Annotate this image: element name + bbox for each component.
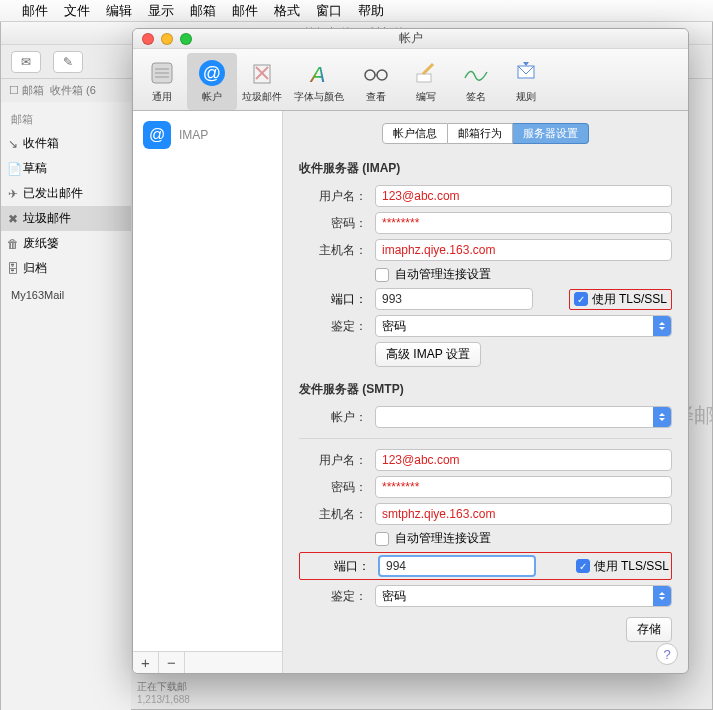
- menu-item[interactable]: 邮件: [232, 2, 258, 20]
- junk-icon: [246, 57, 278, 89]
- smtp-acct-label: 帐户：: [299, 409, 367, 426]
- segmented-tabs: 帐户信息 邮箱行为 服务器设置: [299, 123, 672, 144]
- smtp-port-input[interactable]: [378, 555, 536, 577]
- glasses-icon: [360, 57, 392, 89]
- inbox-chip[interactable]: 收件箱 (6: [50, 83, 96, 98]
- imap-auth-select[interactable]: 密码: [375, 315, 672, 337]
- at-icon: @: [143, 121, 171, 149]
- sidebar-item-inbox[interactable]: ↘收件箱: [1, 131, 131, 156]
- menu-item[interactable]: 帮助: [358, 2, 384, 20]
- smtp-port-label: 端口：: [302, 558, 370, 575]
- mailbox-chip[interactable]: ☐ 邮箱: [9, 83, 44, 98]
- sidebar-header: 邮箱: [1, 108, 131, 131]
- pref-title: 帐户: [133, 30, 688, 47]
- menu-item[interactable]: 文件: [64, 2, 90, 20]
- tab-signatures[interactable]: 签名: [451, 53, 501, 110]
- smtp-tls-label: 使用 TLS/SSL: [594, 558, 669, 575]
- svg-text:@: @: [203, 63, 221, 83]
- junk-icon: ✖: [7, 212, 19, 226]
- tab-fonts[interactable]: A字体与颜色: [287, 53, 351, 110]
- imap-user-input[interactable]: [375, 185, 672, 207]
- signature-icon: [460, 57, 492, 89]
- smtp-user-input[interactable]: [375, 449, 672, 471]
- smtp-auth-select[interactable]: 密码: [375, 585, 672, 607]
- menubar: 邮件 文件 编辑 显示 邮箱 邮件 格式 窗口 帮助: [0, 0, 713, 22]
- add-account-button[interactable]: +: [133, 652, 159, 673]
- pref-titlebar: 帐户: [133, 29, 688, 49]
- menu-item[interactable]: 格式: [274, 2, 300, 20]
- compose-icon[interactable]: ✎: [53, 51, 83, 73]
- inbox-icon: ↘: [7, 137, 19, 151]
- account-item-imap[interactable]: @ IMAP: [133, 111, 282, 159]
- imap-tls-checkbox[interactable]: ✓: [574, 292, 588, 306]
- help-button[interactable]: ?: [656, 643, 678, 665]
- svg-point-11: [377, 70, 387, 80]
- draft-icon: 📄: [7, 162, 19, 176]
- account-label: IMAP: [179, 128, 208, 142]
- trash-icon: 🗑: [7, 237, 19, 251]
- chevron-icon: [653, 586, 671, 606]
- imap-port-input[interactable]: [375, 288, 533, 310]
- smtp-host-label: 主机名：: [299, 506, 367, 523]
- sidebar-item-archive[interactable]: 🗄归档: [1, 256, 131, 281]
- pref-toolbar: 通用 @帐户 垃圾邮件 A字体与颜色 查看 编写 签名 规则: [133, 49, 688, 111]
- imap-user-label: 用户名：: [299, 188, 367, 205]
- menu-item[interactable]: 邮箱: [190, 2, 216, 20]
- preferences-window: 帐户 通用 @帐户 垃圾邮件 A字体与颜色 查看 编写 签名 规则 @ IMAP…: [132, 28, 689, 674]
- imap-auto-checkbox[interactable]: [375, 268, 389, 282]
- tab-mailbox-behavior[interactable]: 邮箱行为: [448, 123, 513, 144]
- sidebar-item-sent[interactable]: ✈已发出邮件: [1, 181, 131, 206]
- menu-item[interactable]: 窗口: [316, 2, 342, 20]
- sidebar: 邮箱 ↘收件箱 📄草稿 ✈已发出邮件 ✖垃圾邮件 🗑废纸篓 🗄归档 My163M…: [1, 102, 131, 710]
- smtp-acct-select[interactable]: [375, 406, 672, 428]
- remove-account-button[interactable]: −: [159, 652, 185, 673]
- chevron-icon: [653, 407, 671, 427]
- sidebar-item-junk[interactable]: ✖垃圾邮件: [1, 206, 131, 231]
- status-counts: 1,213/1,688: [137, 694, 190, 705]
- smtp-host-input[interactable]: [375, 503, 672, 525]
- menu-item[interactable]: 邮件: [22, 2, 48, 20]
- smtp-auth-label: 鉴定：: [299, 588, 367, 605]
- menu-item[interactable]: 显示: [148, 2, 174, 20]
- status-text: 正在下载邮: [137, 681, 187, 692]
- rules-icon: [510, 57, 542, 89]
- smtp-auto-checkbox[interactable]: [375, 532, 389, 546]
- tab-compose[interactable]: 编写: [401, 53, 451, 110]
- gear-icon: [146, 57, 178, 89]
- tab-account-info[interactable]: 帐户信息: [382, 123, 448, 144]
- advanced-imap-button[interactable]: 高级 IMAP 设置: [375, 342, 481, 367]
- smtp-tls-group: ✓ 使用 TLS/SSL: [576, 558, 669, 575]
- archive-icon: 🗄: [7, 262, 19, 276]
- tab-viewing[interactable]: 查看: [351, 53, 401, 110]
- at-icon: @: [196, 57, 228, 89]
- tab-rules[interactable]: 规则: [501, 53, 551, 110]
- save-button[interactable]: 存储: [626, 617, 672, 642]
- smtp-pass-input[interactable]: [375, 476, 672, 498]
- smtp-section-title: 发件服务器 (SMTP): [299, 381, 672, 398]
- menu-item[interactable]: 编辑: [106, 2, 132, 20]
- fonts-icon: A: [303, 57, 335, 89]
- inbox-icon[interactable]: ✉: [11, 51, 41, 73]
- imap-pass-label: 密码：: [299, 215, 367, 232]
- svg-text:A: A: [309, 62, 326, 86]
- sidebar-item-trash[interactable]: 🗑废纸篓: [1, 231, 131, 256]
- svg-rect-13: [417, 74, 431, 82]
- imap-pass-input[interactable]: [375, 212, 672, 234]
- status-footer: 正在下载邮 1,213/1,688: [137, 680, 190, 705]
- smtp-tls-checkbox[interactable]: ✓: [576, 559, 590, 573]
- sidebar-account[interactable]: My163Mail: [1, 281, 131, 309]
- imap-host-input[interactable]: [375, 239, 672, 261]
- sent-icon: ✈: [7, 187, 19, 201]
- imap-auth-label: 鉴定：: [299, 318, 367, 335]
- imap-auto-label: 自动管理连接设置: [395, 266, 491, 283]
- pencil-icon: [410, 57, 442, 89]
- sidebar-item-drafts[interactable]: 📄草稿: [1, 156, 131, 181]
- tab-server-settings[interactable]: 服务器设置: [513, 123, 589, 144]
- tab-accounts[interactable]: @帐户: [187, 53, 237, 110]
- divider: [299, 438, 672, 439]
- imap-port-label: 端口：: [299, 291, 367, 308]
- tab-junk[interactable]: 垃圾邮件: [237, 53, 287, 110]
- imap-host-label: 主机名：: [299, 242, 367, 259]
- tab-general[interactable]: 通用: [137, 53, 187, 110]
- form-area: 帐户信息 邮箱行为 服务器设置 收件服务器 (IMAP) 用户名： 密码： 主机…: [283, 111, 688, 673]
